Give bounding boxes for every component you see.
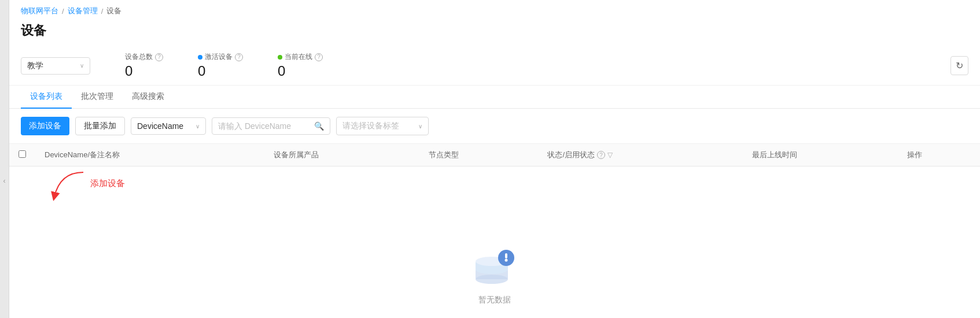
online-dot-icon (278, 55, 282, 60)
stat-total-info-icon[interactable]: ? (155, 53, 163, 61)
search-input-wrap: 🔍 (212, 117, 330, 135)
tag-placeholder: 请选择设备标签 (342, 121, 399, 131)
search-input[interactable] (218, 121, 311, 131)
search-field-value: DeviceName (137, 121, 183, 131)
page-title: 设备 (9, 20, 980, 46)
batch-add-button[interactable]: 批量添加 (75, 117, 125, 135)
breadcrumb-current: 设备 (106, 6, 121, 16)
dropdown-chevron-icon: ∨ (80, 62, 84, 69)
dropdown-value: 教学 (27, 61, 43, 71)
tab-batch-management[interactable]: 批次管理 (72, 86, 123, 109)
th-product: 设备所属产品 (264, 144, 420, 167)
svg-point-7 (505, 259, 508, 262)
empty-state-text: 暂无数据 (478, 295, 511, 305)
device-table: DeviceName/备注名称 设备所属产品 节点类型 状态/启用状态 (9, 144, 980, 167)
stat-active-label: 激活设备 (205, 52, 233, 62)
sidebar-collapse-icon: ‹ (3, 177, 6, 185)
add-device-button[interactable]: 添加设备 (21, 117, 69, 135)
product-category-dropdown[interactable]: 教学 ∨ (21, 57, 90, 75)
stat-online-info-icon[interactable]: ? (315, 53, 323, 61)
stat-online: 当前在线 ? 0 (278, 52, 323, 79)
select-all-checkbox[interactable] (19, 150, 26, 158)
annotation-arrow (49, 168, 95, 202)
stat-online-label: 当前在线 (285, 52, 312, 62)
status-filter-icon[interactable]: ▽ (607, 151, 613, 159)
th-action: 操作 (898, 144, 980, 167)
breadcrumb: 物联网平台 / 设备管理 / 设备 (9, 0, 980, 20)
stat-total-value: 0 (125, 63, 163, 79)
active-dot-icon (198, 55, 202, 60)
toolbar: 添加设备 批量添加 DeviceName ∨ 🔍 请选择设备标签 ∨ (9, 109, 980, 144)
refresh-button[interactable]: ↻ (950, 56, 968, 75)
stat-active-info-icon[interactable]: ? (235, 53, 243, 61)
th-last-online: 最后上线时间 (743, 144, 898, 167)
refresh-icon: ↻ (956, 60, 963, 71)
stat-active-value: 0 (198, 63, 243, 79)
tab-device-list[interactable]: 设备列表 (21, 86, 72, 109)
search-field-chevron-icon: ∨ (196, 123, 200, 130)
device-table-area: DeviceName/备注名称 设备所属产品 节点类型 状态/启用状态 (9, 144, 980, 318)
empty-state: 暂无数据 (9, 213, 980, 318)
stat-total-label: 设备总数 (125, 52, 153, 62)
svg-rect-6 (505, 253, 507, 258)
search-field-select[interactable]: DeviceName ∨ (131, 117, 206, 135)
tag-chevron-icon: ∨ (418, 123, 422, 130)
empty-state-icon (471, 247, 518, 288)
stats-bar: 教学 ∨ 设备总数 ? 0 激活设备 ? 0 (9, 46, 980, 86)
search-icon: 🔍 (314, 121, 324, 131)
select-all-col (9, 144, 35, 167)
th-status: 状态/启用状态 ? ▽ (538, 144, 742, 167)
device-tag-select[interactable]: 请选择设备标签 ∨ (336, 117, 429, 135)
tabs-bar: 设备列表 批次管理 高级搜索 (9, 86, 980, 109)
status-info-icon[interactable]: ? (597, 151, 605, 159)
stat-active: 激活设备 ? 0 (198, 52, 243, 79)
annotation-container: 添加设备 (9, 167, 980, 213)
breadcrumb-sep2: / (101, 7, 104, 16)
sidebar-toggle[interactable]: ‹ (0, 0, 9, 318)
breadcrumb-sep1: / (62, 7, 64, 16)
tab-advanced-search[interactable]: 高级搜索 (123, 86, 174, 109)
stat-online-value: 0 (278, 63, 323, 79)
th-device-name: DeviceName/备注名称 (35, 144, 264, 167)
annotation-label: 添加设备 (90, 178, 125, 189)
breadcrumb-root[interactable]: 物联网平台 (21, 6, 58, 16)
th-node-type: 节点类型 (419, 144, 538, 167)
stat-total: 设备总数 ? 0 (125, 52, 163, 79)
breadcrumb-level2[interactable]: 设备管理 (68, 6, 98, 16)
